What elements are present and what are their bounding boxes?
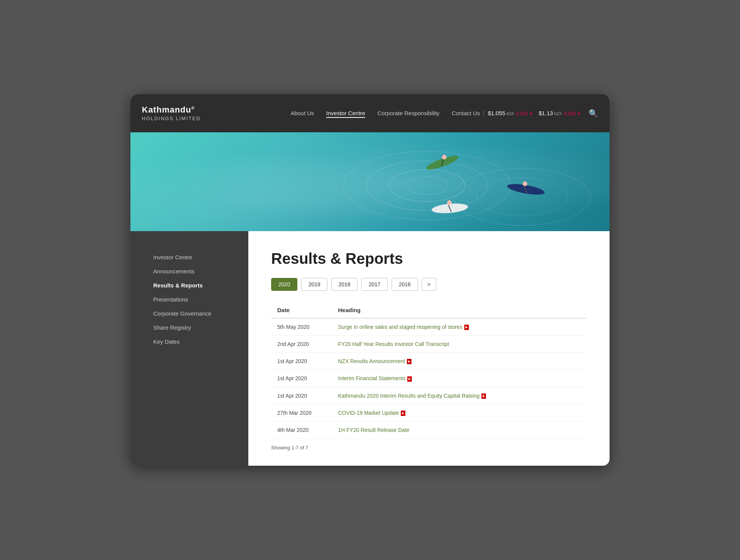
- pdf-icon: ▶: [407, 359, 411, 364]
- sidebar-item-key-dates[interactable]: Key Dates: [153, 335, 248, 349]
- row-heading: Kathmandu 2020 Interim Results and Equit…: [332, 387, 587, 404]
- row-date: 4th Mar 2020: [271, 422, 332, 439]
- pdf-icon: ▶: [481, 393, 486, 399]
- table-row: 2nd Apr 2020FY20 Half Year Results Inves…: [271, 336, 587, 353]
- year-filter-more[interactable]: >: [422, 278, 436, 291]
- hero-decoration: [130, 132, 610, 231]
- row-date: 2nd Apr 2020: [271, 336, 332, 353]
- nav-contact-us[interactable]: Contact Us: [452, 110, 480, 116]
- nzx-change: -0.020: [563, 111, 576, 116]
- sidebar-item-investor-centre[interactable]: Investor Centre: [153, 250, 248, 264]
- svg-point-5: [476, 178, 568, 216]
- sidebar-item-announcements[interactable]: Announcements: [153, 264, 248, 278]
- nzx-arrow: ▼: [577, 111, 581, 116]
- table-row: 4th Mar 20201H FY20 Result Release Date: [271, 422, 587, 439]
- logo[interactable]: Kathmandu® HOLDINGS LIMITED: [142, 105, 201, 121]
- nzx-stock: $1.13 NZX -0.020 ▼: [539, 110, 581, 116]
- row-heading-link[interactable]: COVID-19 Market Update: [338, 410, 399, 416]
- brand-name: Kathmandu®: [142, 105, 201, 115]
- sidebar-item-presentations[interactable]: Presentations: [153, 292, 248, 306]
- row-heading: 1H FY20 Result Release Date: [332, 422, 587, 439]
- stock-ticker: $1.055 ASX -0.010 ▼ $1.13 NZX -0.020 ▼: [488, 110, 581, 116]
- row-date: 1st Apr 2020: [271, 353, 332, 370]
- asx-arrow: ▼: [529, 111, 534, 116]
- pdf-icon: ▶: [407, 376, 412, 382]
- table-row: 27th Mar 2020COVID-19 Market Update▶: [271, 404, 587, 421]
- asx-change: -0.010: [515, 111, 528, 116]
- main-content: Investor Centre Announcements Results & …: [130, 231, 610, 466]
- brand-tagline: HOLDINGS LIMITED: [142, 116, 201, 121]
- asx-exchange: ASX: [507, 112, 514, 116]
- row-heading-link[interactable]: Surge in online sales and staged reopeni…: [338, 324, 462, 330]
- svg-point-3: [406, 176, 448, 195]
- sidebar: Investor Centre Announcements Results & …: [130, 231, 248, 466]
- sidebar-item-corporate-governance[interactable]: Corporate Governance: [153, 306, 248, 320]
- table-row: 1st Apr 2020Kathmandu 2020 Interim Resul…: [271, 387, 587, 404]
- row-date: 1st Apr 2020: [271, 370, 332, 387]
- row-date: 5th May 2020: [271, 318, 332, 336]
- svg-point-4: [454, 168, 591, 225]
- year-filter-2020[interactable]: 2020: [271, 278, 297, 291]
- search-icon[interactable]: 🔍: [589, 109, 598, 118]
- col-header-heading: Heading: [332, 302, 587, 318]
- browser-frame: Kathmandu® HOLDINGS LIMITED About Us Inv…: [130, 94, 610, 466]
- year-filter-2019[interactable]: 2019: [301, 278, 327, 291]
- row-heading: Surge in online sales and staged reopeni…: [332, 318, 587, 336]
- table-row: 1st Apr 2020NZX Results Announcement▶: [271, 353, 587, 370]
- year-filters: 2020 2019 2018 2017 2016 >: [271, 278, 587, 291]
- table-row: 1st Apr 2020Interim Financial Statements…: [271, 370, 587, 387]
- navigation: Kathmandu® HOLDINGS LIMITED About Us Inv…: [130, 94, 610, 132]
- asx-price: $1.055: [488, 110, 505, 116]
- row-date: 1st Apr 2020: [271, 387, 332, 404]
- content-panel: Results & Reports 2020 2019 2018 2017 20…: [248, 231, 610, 466]
- nav-about-us[interactable]: About Us: [291, 110, 314, 116]
- year-filter-2016[interactable]: 2016: [392, 278, 418, 291]
- nav-investor-centre[interactable]: Investor Centre: [326, 110, 365, 118]
- pdf-icon: ▶: [464, 325, 469, 330]
- hero-image: [130, 132, 610, 231]
- row-heading: Interim Financial Statements▶: [332, 370, 587, 387]
- page-title: Results & Reports: [271, 250, 587, 267]
- table-row: 5th May 2020Surge in online sales and st…: [271, 318, 587, 336]
- row-heading: COVID-19 Market Update▶: [332, 404, 587, 421]
- row-heading: FY20 Half Year Results Investor Call Tra…: [332, 336, 587, 353]
- row-heading: NZX Results Announcement▶: [332, 353, 587, 370]
- year-filter-2017[interactable]: 2017: [361, 278, 387, 291]
- nav-links: About Us Investor Centre Corporate Respo…: [291, 110, 480, 117]
- row-heading-link[interactable]: FY20 Half Year Results Investor Call Tra…: [338, 341, 449, 347]
- pdf-icon: ▶: [401, 411, 405, 416]
- results-table: Date Heading 5th May 2020Surge in online…: [271, 302, 587, 439]
- year-filter-2018[interactable]: 2018: [331, 278, 357, 291]
- sidebar-item-share-registry[interactable]: Share Registry: [153, 320, 248, 335]
- showing-text: Showing 1-7 of 7: [271, 445, 587, 451]
- asx-stock: $1.055 ASX -0.010 ▼: [488, 110, 534, 116]
- nzx-price: $1.13: [539, 110, 553, 116]
- nav-corporate-responsibility[interactable]: Corporate Responsibility: [377, 110, 439, 116]
- row-heading-link[interactable]: Interim Financial Statements: [338, 375, 405, 381]
- row-date: 27th Mar 2020: [271, 404, 332, 421]
- row-heading-link[interactable]: NZX Results Announcement: [338, 358, 405, 364]
- sidebar-item-results-reports[interactable]: Results & Reports: [153, 278, 248, 292]
- nav-divider: |: [483, 109, 485, 117]
- nzx-exchange: NZX: [554, 112, 562, 116]
- col-header-date: Date: [271, 302, 332, 318]
- row-heading-link[interactable]: 1H FY20 Result Release Date: [338, 427, 410, 433]
- row-heading-link[interactable]: Kathmandu 2020 Interim Results and Equit…: [338, 393, 480, 399]
